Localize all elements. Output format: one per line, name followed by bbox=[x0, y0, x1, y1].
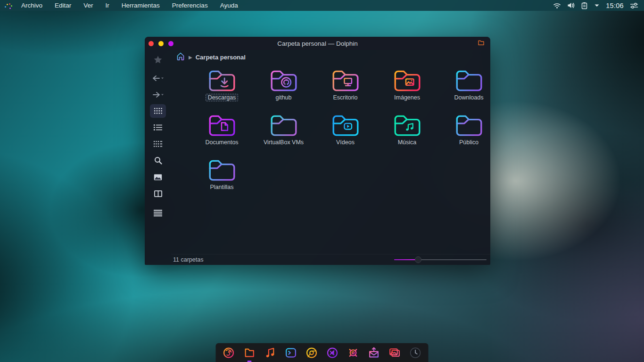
zoom-slider-handle[interactable] bbox=[415, 256, 421, 263]
zoom-slider[interactable] bbox=[394, 256, 487, 263]
clock-widget-icon[interactable] bbox=[409, 346, 422, 359]
breadcrumb: ▶ Carpeta personal bbox=[171, 50, 490, 64]
folder-descargas[interactable]: Descargas bbox=[191, 68, 253, 113]
volume-icon[interactable] bbox=[567, 2, 575, 9]
window-title: Carpeta personal — Dolphin bbox=[145, 40, 490, 47]
folder-musica[interactable]: Música bbox=[376, 113, 438, 157]
hamburger-menu-icon[interactable] bbox=[150, 206, 166, 220]
firefox-icon[interactable] bbox=[223, 346, 235, 359]
terminal-icon[interactable] bbox=[285, 346, 297, 359]
clock[interactable]: 15:06 bbox=[606, 2, 624, 9]
titlebar-folder-icon bbox=[478, 39, 490, 48]
menu-editar[interactable]: Editar bbox=[49, 0, 77, 11]
mail-share-icon[interactable] bbox=[368, 346, 380, 359]
folder-label: Documentos bbox=[203, 139, 240, 146]
menu-ir[interactable]: Ir bbox=[99, 0, 116, 11]
folder-label: Descargas bbox=[206, 94, 239, 101]
icons-view-button[interactable] bbox=[150, 104, 166, 118]
home-icon[interactable] bbox=[176, 52, 185, 63]
breadcrumb-current[interactable]: Carpeta personal bbox=[196, 54, 246, 61]
breadcrumb-chevron-icon: ▶ bbox=[189, 55, 192, 60]
folder-grid: Descargas bbox=[171, 64, 490, 254]
folder-imagenes[interactable]: Imágenes bbox=[376, 68, 438, 113]
folder-label: VirtualBox VMs bbox=[261, 139, 306, 146]
folder-github[interactable]: github bbox=[253, 68, 314, 113]
maximize-button[interactable] bbox=[168, 41, 173, 46]
folder-label: Vídeos bbox=[334, 139, 357, 146]
titlebar[interactable]: Carpeta personal — Dolphin bbox=[145, 37, 490, 50]
folder-videos[interactable]: Vídeos bbox=[314, 113, 376, 157]
distro-logo-icon bbox=[3, 2, 15, 9]
folder-label: Música bbox=[396, 139, 419, 146]
folder-publico[interactable]: Público bbox=[438, 113, 500, 157]
clipboard-icon[interactable] bbox=[581, 2, 588, 9]
menu-archivo[interactable]: Archivo bbox=[15, 0, 49, 11]
forward-button[interactable] bbox=[150, 88, 166, 101]
folder-virtualbox-vms[interactable]: VirtualBox VMs bbox=[253, 113, 314, 157]
statusbar: 11 carpetas bbox=[171, 254, 490, 265]
running-indicator bbox=[248, 361, 252, 362]
favorites-star-icon[interactable] bbox=[150, 53, 166, 66]
photos-icon[interactable] bbox=[388, 346, 401, 359]
menu-herramientas[interactable]: Herramientas bbox=[116, 0, 166, 11]
close-button[interactable] bbox=[149, 41, 154, 46]
chromium-icon[interactable] bbox=[305, 346, 318, 359]
global-menu-bar: Archivo Editar Ver Ir Herramientas Prefe… bbox=[0, 0, 644, 11]
tool-sidebar bbox=[145, 50, 171, 265]
folder-label: github bbox=[273, 94, 294, 101]
menu-ayuda[interactable]: Ayuda bbox=[214, 0, 244, 11]
back-button[interactable] bbox=[150, 71, 166, 85]
compact-view-button[interactable] bbox=[150, 137, 166, 151]
settings-gear-icon[interactable] bbox=[347, 346, 360, 359]
folder-label: Plantillas bbox=[207, 183, 236, 191]
folder-documentos[interactable]: Documentos bbox=[191, 113, 253, 157]
details-view-button[interactable] bbox=[150, 121, 166, 134]
split-view-icon[interactable] bbox=[150, 187, 166, 200]
menu-ver[interactable]: Ver bbox=[77, 0, 99, 11]
folder-escritorio[interactable]: Escritorio bbox=[314, 68, 376, 113]
wifi-icon[interactable] bbox=[553, 2, 561, 9]
folder-label: Público bbox=[457, 139, 481, 146]
preview-image-icon[interactable] bbox=[150, 170, 166, 184]
folder-label: Imágenes bbox=[392, 94, 422, 101]
dolphin-window: Carpeta personal — Dolphin bbox=[145, 37, 490, 265]
dock bbox=[216, 343, 429, 362]
folder-downloads[interactable]: Downloads bbox=[438, 68, 500, 113]
tweaks-icon[interactable] bbox=[630, 2, 638, 9]
menu-preferencias[interactable]: Preferencias bbox=[166, 0, 214, 11]
status-items-count: 11 carpetas bbox=[173, 256, 203, 263]
minimize-button[interactable] bbox=[158, 41, 164, 46]
file-manager-icon[interactable] bbox=[243, 346, 256, 359]
folder-plantillas[interactable]: Plantillas bbox=[191, 157, 253, 202]
folder-label: Escritorio bbox=[330, 94, 360, 101]
music-player-icon[interactable] bbox=[264, 346, 277, 359]
folder-label: Downloads bbox=[452, 94, 486, 101]
vscode-icon[interactable] bbox=[326, 346, 339, 359]
caret-down-icon[interactable] bbox=[594, 4, 600, 8]
search-icon[interactable] bbox=[150, 154, 166, 167]
